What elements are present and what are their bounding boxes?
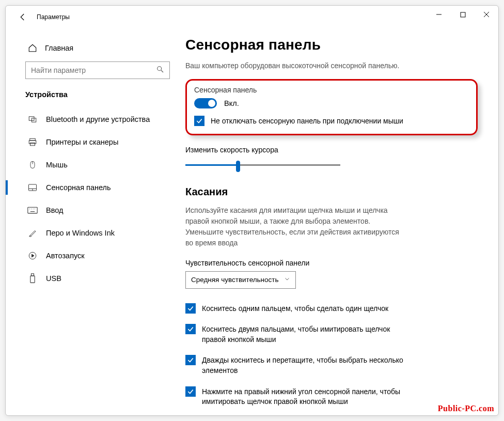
search-input[interactable] [31,66,156,74]
tap-option-label: Коснитесь двумя пальцами, чтобы имитиров… [202,324,407,345]
window-title: Параметры [37,13,70,21]
sidebar-item-pen[interactable]: Перо и Windows Ink [6,222,181,244]
search-icon [156,65,164,75]
page-subtitle: Ваш компьютер оборудован высокоточной се… [185,61,478,70]
page-title: Сенсорная панель [185,37,478,53]
home-label: Главная [45,44,73,52]
sidebar-item-bluetooth[interactable]: Bluetooth и другие устройства [6,108,181,131]
chevron-down-icon [284,276,290,284]
tap-options-list: Коснитесь одним пальцем, чтобы сделать о… [185,303,478,407]
sidebar-item-label: Ввод [46,206,63,214]
keyboard-icon [27,205,38,215]
sidebar-item-label: Сенсорная панель [46,183,111,192]
home-icon [27,43,38,53]
svg-point-4 [158,67,162,71]
category-title: Устройства [6,90,181,108]
svg-line-5 [161,70,163,72]
content-pane: Сенсорная панель Ваш компьютер оборудова… [181,28,498,415]
titlebar: Параметры [6,6,498,28]
touchpad-toggle-section: Сенсорная панель Вкл. Не отключать сенсо… [185,79,478,135]
section-label: Сенсорная панель [194,86,469,94]
sidebar-item-usb[interactable]: USB [6,267,181,290]
tap-drag-checkbox[interactable] [185,355,196,365]
keep-on-mouse-label: Не отключать сенсорную панель при подклю… [211,116,403,127]
minimize-button[interactable] [427,6,451,23]
cursor-speed-label: Изменить скорость курсора [185,146,478,154]
svg-rect-10 [30,143,35,146]
settings-window: Параметры Главная [5,5,499,416]
sidebar-item-typing[interactable]: Ввод [6,199,181,222]
taps-heading: Касания [185,186,478,198]
window-controls [427,6,498,23]
svg-rect-16 [28,207,37,213]
toggle-state-label: Вкл. [224,99,239,107]
tap-option-label: Нажмите на правый нижний угол сенсорной … [202,386,407,407]
tap-one-finger-checkbox[interactable] [185,303,196,314]
autoplay-icon [27,251,38,261]
sidebar-item-label: Bluetooth и другие устройства [46,115,150,123]
svg-rect-8 [30,138,36,141]
sidebar-item-label: USB [46,274,61,283]
sidebar: Главная Устройства Bluetooth и другие ус… [6,28,181,415]
home-link[interactable]: Главная [6,40,181,61]
sensitivity-select[interactable]: Средняя чувствительность [185,271,296,289]
sidebar-item-label: Мышь [46,161,68,169]
tap-option-label: Дважды коснитесь и перетащите, чтобы выб… [202,355,407,376]
sidebar-item-mouse[interactable]: Мышь [6,153,181,176]
watermark: Public-PC.com [438,404,494,413]
sidebar-item-autoplay[interactable]: Автозапуск [6,244,181,267]
svg-rect-23 [32,274,34,276]
sidebar-item-label: Автозапуск [46,252,85,260]
cursor-speed-slider[interactable] [185,159,340,171]
sidebar-item-label: Принтеры и сканеры [46,138,118,146]
tap-two-finger-checkbox[interactable] [185,324,196,334]
mouse-icon [27,160,38,170]
sidebar-item-label: Перо и Windows Ink [46,229,115,237]
touchpad-toggle[interactable] [194,98,217,108]
back-button[interactable] [15,9,30,25]
sensitivity-value: Средняя чувствительность [191,276,279,284]
search-box[interactable] [25,61,170,79]
tap-option-label: Коснитесь одним пальцем, чтобы сделать о… [202,303,388,314]
close-button[interactable] [475,6,498,23]
sidebar-item-touchpad[interactable]: Сенсорная панель [6,176,181,199]
sensitivity-label: Чувствительность сенсорной панели [185,259,478,267]
printer-icon [27,137,38,147]
svg-rect-24 [30,276,35,283]
devices-icon [27,114,38,124]
touchpad-icon [27,182,38,193]
maximize-button[interactable] [451,6,475,23]
usb-icon [27,273,38,284]
keep-on-mouse-checkbox[interactable] [194,116,204,126]
pen-icon [27,228,38,238]
sidebar-item-printers[interactable]: Принтеры и сканеры [6,131,181,153]
svg-rect-1 [461,12,465,17]
taps-description: Используйте касания для имитации щелчка … [185,205,407,248]
tap-corner-checkbox[interactable] [185,386,196,397]
